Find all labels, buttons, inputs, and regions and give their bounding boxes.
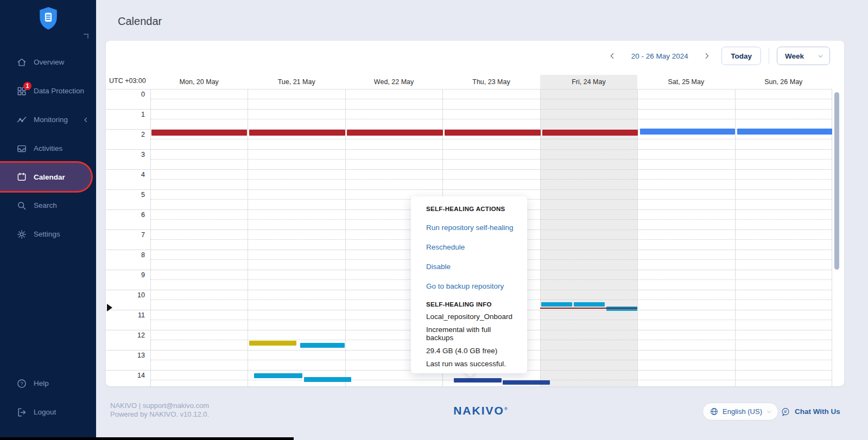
popup-actions-title: SELF-HEALING ACTIONS <box>426 206 519 212</box>
page-title: Calendar <box>118 15 162 28</box>
day-header-1: Mon, 20 May <box>150 75 248 89</box>
chevron-left-icon[interactable] <box>82 116 90 124</box>
hour-label: 7 <box>106 231 145 239</box>
chevron-down-icon <box>817 53 824 60</box>
calendar-event-run-tue-1240[interactable] <box>300 343 345 348</box>
view-mode-select[interactable]: Week <box>777 47 830 65</box>
language-select[interactable]: English (US) <box>702 403 778 420</box>
hour-label: 6 <box>106 211 145 219</box>
popup-action-4[interactable]: Go to backup repository <box>426 282 519 290</box>
sidebar-item-search[interactable]: Search <box>0 191 96 220</box>
sidebar-item-settings[interactable]: Settings <box>0 220 96 248</box>
popup-info-line-4: Last run was successful. <box>426 360 519 368</box>
calendar-event-run-thu-1425a[interactable] <box>454 378 502 382</box>
day-header-5: Fri, 24 May <box>540 75 637 89</box>
popup-info-line-2: Incremental with full backups <box>426 326 519 342</box>
calendar-event-run-fri-2am[interactable] <box>542 130 638 136</box>
calendar-icon <box>16 171 27 182</box>
calendar-event-run-wed-2am[interactable] <box>347 130 443 136</box>
chat-with-us-label: Chat With Us <box>795 407 840 416</box>
half-hour-gridline <box>150 179 832 180</box>
screen-edge-strip <box>0 437 294 440</box>
calendar-event-run-fri-1030b[interactable] <box>574 302 605 307</box>
hour-gridline <box>106 89 832 90</box>
globe-icon <box>709 407 719 416</box>
help-icon: ? <box>16 378 27 389</box>
hour-label: 0 <box>106 91 145 98</box>
home-icon <box>16 57 27 68</box>
hour-gridline <box>106 189 832 190</box>
nakivo-app-window: Overview1Data ProtectionMonitoringActivi… <box>0 0 868 440</box>
sidebar-item-label: Search <box>34 201 57 209</box>
popup-info-title: SELF-HEALING INFO <box>426 301 519 308</box>
notification-badge: 1 <box>23 82 31 90</box>
sidebar-item-label: Activities <box>34 144 62 152</box>
sidebar-item-label: Calendar <box>34 173 65 181</box>
popup-actions-list: Run repository self-healingRescheduleDis… <box>426 224 519 290</box>
half-hour-gridline <box>150 159 832 160</box>
timezone-label: UTC +03:00 <box>109 77 150 85</box>
sidebar-item-activities[interactable]: Activities <box>0 134 96 163</box>
calendar-event-run-thu-2am[interactable] <box>445 130 541 136</box>
day-header-3: Wed, 22 May <box>345 75 442 89</box>
calendar-event-run-mon-2am[interactable] <box>151 130 247 136</box>
popup-info-line-1: Local_repository_Onboard <box>426 313 519 321</box>
nakivo-shield-logo <box>0 6 96 31</box>
sidebar: Overview1Data ProtectionMonitoringActivi… <box>0 0 96 440</box>
date-range-label: 20 - 26 May 2024 <box>627 52 692 60</box>
sidebar-item-monitoring[interactable]: Monitoring <box>0 105 96 134</box>
sidebar-item-overview[interactable]: Overview <box>0 48 96 76</box>
hour-gridline <box>106 149 832 150</box>
day-header-7: Sun, 26 May <box>735 75 832 89</box>
hour-label: 14 <box>106 372 145 379</box>
calendar-event-run-tue-1400[interactable] <box>254 373 302 378</box>
toolbar-divider <box>769 48 769 64</box>
popup-action-1[interactable]: Run repository self-healing <box>426 224 519 232</box>
inbox-icon <box>16 143 27 154</box>
popup-action-3[interactable]: Disable <box>426 263 519 271</box>
footer-support-line: NAKIVO | support@nakivo.com <box>110 401 209 410</box>
calendar-grid-header: UTC +03:00 Mon, 20 MayTue, 21 MayWed, 22… <box>106 75 832 89</box>
hour-label: 1 <box>106 111 145 118</box>
vertical-scrollbar-thumb[interactable] <box>834 92 839 270</box>
sidebar-item-label: Overview <box>34 58 64 66</box>
popup-info-line-3: 29.4 GB (4.0 GB free) <box>426 347 519 355</box>
svg-text:?: ? <box>20 381 23 386</box>
calendar-event-run-sat-2am[interactable] <box>640 129 735 135</box>
sidebar-item-label: Settings <box>34 230 60 238</box>
hour-label: 12 <box>106 331 145 339</box>
search-icon <box>16 200 27 211</box>
sidebar-item-label: Data Protection <box>34 87 84 95</box>
previous-week-button[interactable] <box>605 49 619 63</box>
half-hour-gridline <box>150 119 832 119</box>
calendar-event-run-thu-1425b[interactable] <box>503 380 550 385</box>
hour-label: 13 <box>106 352 145 359</box>
calendar-toolbar: 20 - 26 May 2024 Today Week <box>605 45 830 67</box>
hour-label: 10 <box>106 291 145 299</box>
self-healing-context-menu: SELF-HEALING ACTIONS Run repository self… <box>411 196 527 373</box>
sidebar-item-logout[interactable]: Logout <box>0 398 96 426</box>
next-week-button[interactable] <box>700 49 714 63</box>
day-header-2: Tue, 21 May <box>248 75 345 89</box>
calendar-event-run-sun-2am[interactable] <box>737 129 832 135</box>
popup-action-2[interactable]: Reschedule <box>426 243 519 251</box>
chat-with-us-button[interactable]: Chat With Us <box>781 403 840 420</box>
calendar-event-run-tue-1230[interactable] <box>249 341 296 346</box>
calendar-event-run-tue-2am[interactable] <box>249 130 345 136</box>
sidebar-item-calendar[interactable]: Calendar <box>0 163 91 191</box>
today-button[interactable]: Today <box>721 47 761 65</box>
sidebar-item-help[interactable]: ?Help <box>0 369 96 398</box>
hour-gridline <box>106 109 832 110</box>
gear-icon <box>16 229 27 240</box>
half-hour-gridline <box>150 99 832 99</box>
collapse-sidebar-handle[interactable] <box>84 34 88 39</box>
day-header-4: Thu, 23 May <box>442 75 540 89</box>
chat-bubble-icon <box>781 407 790 417</box>
calendar-event-run-tue-1410[interactable] <box>304 377 351 382</box>
hour-label: 11 <box>106 311 145 319</box>
sidebar-item-label: Help <box>34 379 49 387</box>
calendar-event-run-fri-1030a[interactable] <box>541 302 572 307</box>
sidebar-item-data-protection[interactable]: 1Data Protection <box>0 76 96 105</box>
chevron-down-icon <box>766 409 772 415</box>
footer-support-block: NAKIVO | support@nakivo.com Powered by N… <box>110 401 209 419</box>
